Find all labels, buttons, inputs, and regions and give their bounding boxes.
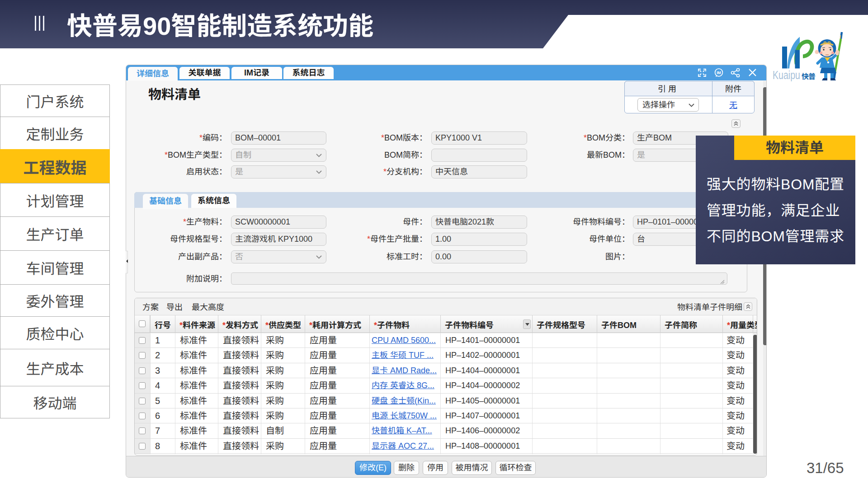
svg-text:IM: IM (717, 70, 721, 75)
svg-text:快普: 快普 (802, 70, 816, 81)
svg-text:Kuaipu: Kuaipu (773, 69, 800, 81)
